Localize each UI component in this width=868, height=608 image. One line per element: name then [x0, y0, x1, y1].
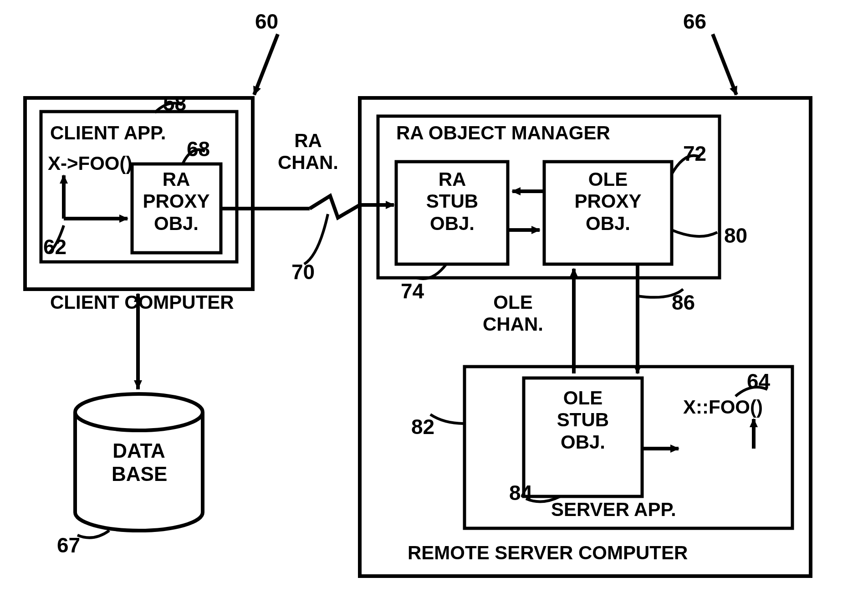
ref-67: 67	[57, 533, 80, 557]
svg-line-1	[713, 34, 736, 95]
remote-server-label: REMOTE SERVER COMPUTER	[408, 542, 688, 564]
svg-line-0	[254, 34, 278, 95]
ole-stub-label: OLE STUB OBJ.	[535, 387, 631, 453]
ref-68: 68	[187, 137, 210, 161]
ref-74: 74	[401, 279, 424, 303]
ole-proxy-label: OLE PROXY OBJ.	[553, 169, 663, 235]
ref-84: 84	[509, 480, 532, 505]
x-foo-call: X->FOO()	[48, 153, 133, 174]
ra-stub-label: RA STUB OBJ.	[404, 169, 500, 235]
database-label: DATA BASE	[112, 439, 166, 485]
ref-60: 60	[255, 9, 278, 34]
server-app-label: SERVER APP.	[551, 499, 676, 521]
x-foo-impl: X::FOO()	[683, 396, 763, 418]
ra-proxy-label: RA PROXY OBJ.	[138, 169, 215, 235]
ole-chan-label: OLE CHAN.	[483, 291, 543, 336]
ref-80: 80	[724, 223, 747, 248]
svg-point-13	[75, 394, 203, 430]
ref-86: 86	[672, 290, 695, 315]
ref-58: 58	[163, 91, 186, 116]
ref-66: 66	[683, 9, 706, 34]
client-app-label: CLIENT APP.	[50, 122, 166, 144]
ref-64: 64	[747, 369, 770, 393]
diagram-root: CLIENT APP. CLIENT COMPUTER X->FOO() RA …	[0, 0, 868, 608]
ref-72: 72	[683, 141, 706, 166]
client-computer-label: CLIENT COMPUTER	[50, 291, 234, 313]
ref-62: 62	[43, 235, 66, 259]
ref-70: 70	[291, 260, 315, 284]
ref-82: 82	[411, 414, 434, 439]
ra-chan-label: RA CHAN.	[278, 130, 338, 174]
ra-obj-manager-label: RA OBJECT MANAGER	[396, 122, 610, 144]
